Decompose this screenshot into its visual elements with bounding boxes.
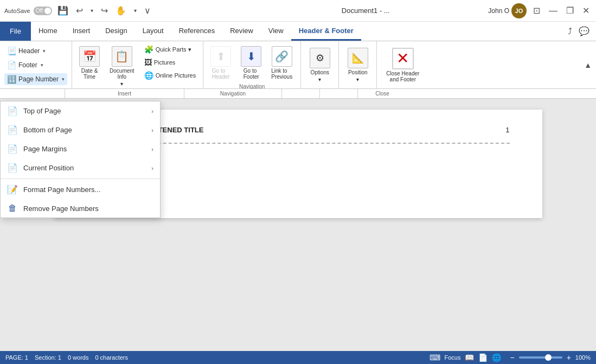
header-footer-group: 📃 Header ▾ 📄 Footer ▾ 🔢 Page Number ▾ [0,41,72,88]
menu-item-bottom-of-page[interactable]: 📄 Bottom of Page › [1,120,160,139]
position-caret: ▾ [356,76,359,82]
menu-item-format-page-numbers[interactable]: 📝 Format Page Numbers... [1,180,160,199]
header-icon: 📃 [7,47,16,55]
minimize-icon[interactable]: — [547,5,560,17]
statusbar-center: ⌨ Focus 📖 📄 🌐 [430,353,502,362]
bottom-of-page-icon: 📄 [7,125,18,135]
print-layout-icon[interactable]: 📄 [478,353,488,362]
position-label: Position [348,69,368,75]
go-to-footer-button[interactable]: ⬇ Go toFooter [237,43,265,82]
current-position-icon: 📄 [7,163,18,173]
close-window-icon[interactable]: ✕ [580,4,592,17]
quick-parts-caret: ▾ [188,46,191,53]
menu-item-current-position[interactable]: 📄 Current Position › [1,158,160,177]
restore-icon[interactable]: ❐ [564,4,576,17]
header-label: Header [18,47,40,55]
format-page-numbers-icon: 📝 [7,184,18,195]
link-to-previous-icon: 🔗 [272,46,292,67]
statusbar-characters: 0 characters [95,354,128,361]
page-number-dropdown: 📄 Top of Page › 📄 Bottom of Page › 📄 Pag… [0,101,161,218]
options-icon: ⚙ [310,48,330,68]
statusbar-words: 0 words [68,354,89,361]
share-icon[interactable]: ⤴ [566,24,574,39]
options-label: Options [310,69,329,75]
top-of-page-icon: 📄 [7,106,18,116]
quick-parts-label: Quick Parts [156,46,187,53]
go-to-header-icon: ⬆ [210,46,231,67]
remove-page-numbers-icon: 🗑 [7,203,18,213]
tab-bar: File Home Insert Design Layout Reference… [0,22,596,41]
date-time-icon: 📅 [79,46,100,67]
header-button[interactable]: 📃 Header ▾ [4,45,67,57]
position-icon: 📐 [348,48,368,68]
zoom-level: 100% [575,354,591,361]
touch-dropdown[interactable]: ▾ [132,7,139,15]
menu-item-current-position-label: Current Position [23,164,74,172]
more-icon[interactable]: ∨ [142,4,153,17]
page-number-button[interactable]: 🔢 Page Number ▾ [4,73,67,85]
undo-icon[interactable]: ↩ [74,4,85,17]
online-pictures-icon: 🌐 [144,71,153,80]
close-hf-icon: ✕ [392,48,414,69]
user-area[interactable]: John O JO [488,3,527,18]
x-icon: ✕ [396,49,409,67]
footer-button[interactable]: 📄 Footer ▾ [4,59,67,71]
close-header-footer-button[interactable]: ✕ Close Headerand Footer [380,45,425,85]
autosave-state: Off [36,8,43,14]
web-layout-icon[interactable]: 🌐 [492,353,501,362]
comment-icon[interactable]: 💬 [576,24,592,39]
redo-icon[interactable]: ↪ [99,4,110,17]
go-to-header-button[interactable]: ⬆ Go toHeader [207,43,235,82]
read-mode-icon[interactable]: 📖 [465,353,474,362]
tab-header-footer[interactable]: Header & Footer [291,22,361,41]
options-group: ⚙ Options ▾ [301,41,339,88]
statusbar-page: PAGE: 1 [5,354,28,361]
ribbon-display-icon[interactable]: ⊡ [531,4,542,17]
menu-item-page-margins[interactable]: 📄 Page Margins › [1,139,160,158]
online-pictures-button[interactable]: 🌐 Online Pictures [140,69,200,81]
statusbar-section: Section: 1 [35,354,61,361]
tab-references[interactable]: References [171,22,222,41]
tab-review[interactable]: Review [222,22,261,41]
insert-group: 📅 Date &Time 📋 DocumentInfo ▾ 🧩 Q [72,41,203,88]
options-caret: ▾ [318,76,321,82]
tab-insert[interactable]: Insert [65,22,98,41]
pictures-button[interactable]: 🖼 Pictures [140,56,200,68]
ribbon-content: 📃 Header ▾ 📄 Footer ▾ 🔢 Page Number ▾ [0,41,596,89]
tab-file[interactable]: File [0,22,31,41]
zoom-slider[interactable] [519,356,562,359]
save-icon[interactable]: 💾 [55,4,71,17]
page-number-caret: ▾ [62,76,65,82]
menu-item-remove-page-numbers[interactable]: 🗑 Remove Page Numbers [1,199,160,218]
pictures-icon: 🖼 [144,58,152,67]
collapse-ribbon-button[interactable]: ▲ [580,41,596,88]
go-to-footer-label: Go toFooter [243,68,259,80]
document-info-label: DocumentInfo [110,68,134,80]
focus-label[interactable]: Focus [445,354,461,361]
link-to-previous-button[interactable]: 🔗 Link toPrevious [267,43,296,82]
tab-home[interactable]: Home [31,22,65,41]
date-time-button[interactable]: 📅 Date &Time [75,43,104,82]
options-button[interactable]: ⚙ Options ▾ [306,45,334,85]
user-name: John O [488,7,509,15]
rl-navigation: Navigation [184,89,282,98]
menu-item-format-page-numbers-label: Format Page Numbers... [23,186,100,194]
tab-layout[interactable]: Layout [135,22,171,41]
tab-view[interactable]: View [261,22,291,41]
page-number-display: 1 [505,126,509,134]
zoom-in-icon[interactable]: + [567,353,571,362]
autosave-toggle[interactable]: Off [34,7,52,15]
proofing-icon[interactable]: ⌨ [430,353,440,362]
document-info-caret: ▾ [120,81,123,87]
menu-item-top-of-page[interactable]: 📄 Top of Page › [1,101,160,120]
zoom-out-icon[interactable]: − [510,353,514,362]
quick-parts-button[interactable]: 🧩 Quick Parts ▾ [140,43,200,55]
tab-design[interactable]: Design [98,22,134,41]
touch-icon[interactable]: ✋ [113,4,129,17]
undo-dropdown[interactable]: ▾ [88,7,95,15]
position-button[interactable]: 📐 Position ▾ [344,45,372,85]
insert-small-buttons: 🧩 Quick Parts ▾ 🖼 Pictures 🌐 Online Pict… [140,43,200,81]
date-time-label: Date &Time [81,68,98,80]
pictures-label: Pictures [154,59,176,66]
document-info-button[interactable]: 📋 DocumentInfo ▾ [106,43,138,90]
